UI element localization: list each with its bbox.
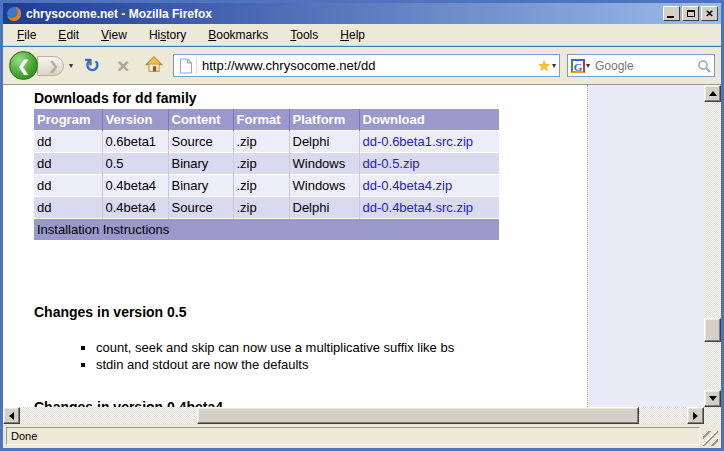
cell-version: 0.4beta4 (102, 175, 168, 197)
download-link[interactable]: dd-0.4beta4.src.zip (363, 200, 474, 215)
installation-instructions-link[interactable]: Installation Instructions (34, 219, 499, 241)
minimize-button[interactable] (663, 6, 680, 21)
col-program: Program (34, 109, 102, 131)
vertical-scrollbar[interactable] (704, 85, 721, 407)
menu-help[interactable]: Help (332, 25, 373, 45)
forward-button[interactable]: ❯ (37, 56, 64, 76)
cell-platform: Delphi (289, 131, 359, 153)
cell-version: 0.6beta1 (102, 131, 168, 153)
section-heading: Changes in version 0.5 (34, 304, 187, 320)
changes-list: count, seek and skip can now use a multi… (66, 338, 454, 374)
col-content: Content (168, 109, 233, 131)
search-input[interactable] (593, 58, 694, 74)
download-link[interactable]: dd-0.5.zip (363, 156, 420, 171)
cell-version: 0.5 (102, 153, 168, 175)
title-bar: chrysocome.net - Mozilla Firefox ✕ (3, 3, 721, 24)
cell-format: .zip (233, 175, 289, 197)
table-footer-row: Installation Instructions (34, 219, 499, 241)
menu-edit[interactable]: Edit (50, 25, 87, 45)
back-button[interactable]: ❮ (9, 51, 38, 80)
col-format: Format (233, 109, 289, 131)
table-header-row: Program Version Content Format Platform … (34, 109, 499, 131)
resize-grip-icon[interactable] (703, 431, 718, 446)
col-download: Download (359, 109, 499, 131)
downloads-table: Program Version Content Format Platform … (34, 109, 499, 240)
scroll-right-button[interactable] (687, 407, 704, 424)
bookmark-star-icon[interactable]: ★ (538, 58, 551, 73)
arrow-down-icon (709, 396, 717, 405)
history-dropdown-icon[interactable]: ▾ (69, 61, 73, 70)
home-icon (144, 55, 164, 73)
url-input[interactable] (200, 57, 535, 74)
navigation-toolbar: ❮ ❯ ▾ ↻ × ★ ▾ G ▾ (3, 47, 721, 84)
page-favicon-icon (177, 58, 197, 74)
table-row: dd 0.6beta1 Source .zip Delphi dd-0.6bet… (34, 131, 499, 153)
stop-icon: × (117, 54, 129, 77)
cell-format: .zip (233, 197, 289, 219)
maximize-button[interactable] (682, 6, 699, 21)
horizontal-scrollbar[interactable] (3, 407, 704, 424)
cell-platform: Windows (289, 153, 359, 175)
menu-file[interactable]: File (9, 25, 44, 45)
col-platform: Platform (289, 109, 359, 131)
window-controls: ✕ (663, 6, 718, 21)
horizontal-scroll-thumb[interactable] (197, 407, 639, 424)
page-viewport: Downloads for dd family Program Version … (3, 85, 704, 407)
arrow-right-icon (693, 412, 702, 420)
table-row: dd 0.4beta4 Source .zip Delphi dd-0.4bet… (34, 197, 499, 219)
scroll-left-button[interactable] (3, 407, 20, 424)
url-dropdown-icon[interactable]: ▾ (552, 61, 556, 70)
firefox-icon (6, 6, 22, 22)
page-background-strip (587, 85, 704, 407)
search-bar: G ▾ (567, 54, 715, 77)
stop-button[interactable]: × (111, 56, 135, 75)
scroll-down-button[interactable] (704, 390, 721, 407)
close-button[interactable]: ✕ (701, 6, 718, 21)
list-item: count, seek and skip can now use a multi… (96, 340, 454, 355)
reload-button[interactable]: ↻ (80, 56, 104, 75)
list-item: stdin and stdout are now the defaults (96, 357, 454, 372)
cell-content: Source (168, 197, 233, 219)
cell-content: Source (168, 131, 233, 153)
cell-platform: Windows (289, 175, 359, 197)
browser-window: chrysocome.net - Mozilla Firefox ✕ File … (0, 0, 724, 451)
status-bar: Done (3, 424, 721, 448)
cell-program: dd (34, 175, 102, 197)
home-button[interactable] (142, 55, 166, 76)
cell-version: 0.4beta4 (102, 197, 168, 219)
window-title: chrysocome.net - Mozilla Firefox (26, 7, 663, 21)
cell-content: Binary (168, 175, 233, 197)
download-link[interactable]: dd-0.4beta4.zip (363, 178, 453, 193)
scrollbar-corner (704, 407, 721, 424)
col-version: Version (102, 109, 168, 131)
cell-format: .zip (233, 131, 289, 153)
close-icon: ✕ (705, 9, 713, 19)
cell-format: .zip (233, 153, 289, 175)
clipped-section-heading: Changes in version 0.4beta4 (34, 399, 223, 407)
scroll-up-button[interactable] (704, 85, 721, 102)
menu-tools[interactable]: Tools (282, 25, 326, 45)
reload-icon: ↻ (84, 55, 100, 76)
arrow-left-icon (5, 412, 14, 420)
back-icon: ❮ (17, 57, 30, 75)
menu-bar: File Edit View History Bookmarks Tools H… (3, 24, 721, 46)
download-link[interactable]: dd-0.6beta1.src.zip (363, 134, 474, 149)
cell-program: dd (34, 131, 102, 153)
location-bar: ★ ▾ (173, 54, 560, 77)
cell-program: dd (34, 153, 102, 175)
search-magnifier-icon[interactable] (697, 59, 711, 73)
page-title: Downloads for dd family (34, 90, 554, 106)
cell-program: dd (34, 197, 102, 219)
minimize-icon (667, 16, 674, 18)
arrow-up-icon (709, 87, 717, 96)
vertical-scroll-thumb[interactable] (704, 318, 721, 342)
search-engine-dropdown-icon[interactable]: ▾ (586, 61, 590, 70)
content-area: Downloads for dd family Program Version … (3, 84, 721, 407)
maximize-icon (687, 10, 695, 17)
cell-content: Binary (168, 153, 233, 175)
menu-bookmarks[interactable]: Bookmarks (200, 25, 276, 45)
menu-history[interactable]: History (141, 25, 194, 45)
forward-icon: ❯ (48, 59, 58, 73)
menu-view[interactable]: View (93, 25, 135, 45)
google-engine-icon[interactable]: G (571, 59, 585, 73)
